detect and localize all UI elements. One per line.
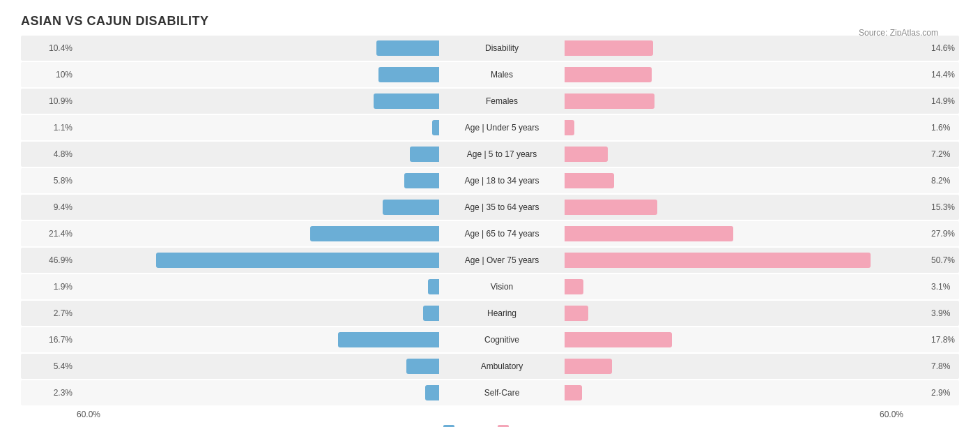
left-bar	[423, 306, 439, 321]
right-bar-wrap	[565, 359, 927, 374]
left-bar	[310, 226, 439, 241]
right-value: 7.8%	[927, 361, 980, 371]
left-bar-wrap	[77, 385, 439, 400]
left-bar-wrap	[77, 120, 439, 135]
chart-title: ASIAN VS CAJUN DISABILITY	[21, 14, 959, 29]
right-bar	[565, 253, 871, 268]
left-bar	[156, 253, 439, 268]
right-value: 1.6%	[927, 123, 980, 133]
right-value: 14.9%	[927, 96, 980, 106]
left-bar-wrap	[77, 67, 439, 82]
bar-row: 2.7% Hearing 3.9%	[21, 301, 959, 326]
right-bar-wrap	[565, 306, 927, 321]
right-bar-wrap	[565, 67, 927, 82]
right-bar	[565, 120, 574, 135]
bar-row: 4.8% Age | 5 to 17 years 7.2%	[21, 142, 959, 167]
right-value: 17.8%	[927, 335, 980, 345]
left-value: 10.4%	[21, 43, 77, 53]
right-bar-wrap	[565, 226, 927, 241]
left-bar	[404, 173, 439, 188]
right-bar-wrap	[565, 385, 927, 400]
chart-container: 10.4% Disability 14.6% 10% Males 14.4% 1…	[21, 36, 959, 427]
left-bar	[425, 385, 439, 400]
bar-row: 21.4% Age | 65 to 74 years 27.9%	[21, 221, 959, 246]
bar-label: Vision	[439, 282, 565, 292]
left-bar-wrap	[77, 226, 439, 241]
right-bar-wrap	[565, 332, 927, 347]
right-bar	[565, 173, 614, 188]
left-value: 9.4%	[21, 202, 77, 212]
right-value: 14.4%	[927, 70, 980, 80]
bar-label: Age | 65 to 74 years	[439, 229, 565, 239]
right-bar	[565, 359, 612, 374]
right-value: 14.6%	[927, 43, 980, 53]
right-bar	[565, 226, 733, 241]
right-bar	[565, 332, 672, 347]
right-value: 8.2%	[927, 176, 980, 186]
bar-row: 46.9% Age | Over 75 years 50.7%	[21, 248, 959, 273]
left-bar	[428, 279, 439, 294]
right-value: 3.1%	[927, 282, 980, 292]
left-bar	[432, 120, 439, 135]
left-bar-wrap	[77, 279, 439, 294]
right-bar-wrap	[565, 200, 927, 215]
left-bar	[378, 67, 439, 82]
right-value: 50.7%	[927, 255, 980, 265]
right-bar	[565, 279, 583, 294]
left-bar	[376, 40, 439, 56]
bar-label: Age | 18 to 34 years	[439, 176, 565, 186]
left-bar-wrap	[77, 173, 439, 188]
bar-label: Cognitive	[439, 335, 565, 345]
bar-label: Females	[439, 96, 565, 106]
bar-row: 5.4% Ambulatory 7.8%	[21, 354, 959, 379]
left-value: 2.7%	[21, 308, 77, 318]
x-axis-left: 60.0%	[77, 410, 429, 419]
right-bar	[565, 67, 652, 82]
bar-row: 1.9% Vision 3.1%	[21, 274, 959, 299]
x-axis: 60.0% 60.0%	[21, 410, 959, 419]
left-bar-wrap	[77, 306, 439, 321]
right-bar-wrap	[565, 120, 927, 135]
left-value: 4.8%	[21, 149, 77, 159]
left-value: 10.9%	[21, 96, 77, 106]
right-bar-wrap	[565, 93, 927, 109]
left-bar	[338, 332, 439, 347]
bar-label: Age | 35 to 64 years	[439, 202, 565, 212]
left-bar-wrap	[77, 200, 439, 215]
left-bar	[374, 93, 439, 109]
left-value: 46.9%	[21, 255, 77, 265]
bar-row: 10% Males 14.4%	[21, 62, 959, 87]
left-value: 10%	[21, 70, 77, 80]
right-bar	[565, 40, 653, 56]
right-value: 27.9%	[927, 229, 980, 239]
left-value: 5.4%	[21, 361, 77, 371]
left-bar	[406, 359, 439, 374]
bar-label: Disability	[439, 43, 565, 53]
left-value: 1.9%	[21, 282, 77, 292]
left-bar	[410, 147, 439, 162]
right-bar-wrap	[565, 173, 927, 188]
right-bar-wrap	[565, 40, 927, 56]
left-bar-wrap	[77, 40, 439, 56]
right-bar-wrap	[565, 147, 927, 162]
right-bar	[565, 306, 588, 321]
left-value: 1.1%	[21, 123, 77, 133]
left-value: 21.4%	[21, 229, 77, 239]
left-bar-wrap	[77, 253, 439, 268]
bar-label: Hearing	[439, 308, 565, 318]
right-bar-wrap	[565, 253, 927, 268]
bar-label: Age | Under 5 years	[439, 123, 565, 133]
left-bar-wrap	[77, 332, 439, 347]
bar-label: Age | 5 to 17 years	[439, 149, 565, 159]
right-bar	[565, 147, 608, 162]
bar-label: Age | Over 75 years	[439, 255, 565, 265]
bar-label: Ambulatory	[439, 361, 565, 371]
bar-row: 10.4% Disability 14.6%	[21, 36, 959, 61]
left-bar-wrap	[77, 93, 439, 109]
bar-row: 2.3% Self-Care 2.9%	[21, 380, 959, 405]
bar-row: 16.7% Cognitive 17.8%	[21, 327, 959, 352]
left-bar-wrap	[77, 359, 439, 374]
right-value: 3.9%	[927, 308, 980, 318]
bar-row: 5.8% Age | 18 to 34 years 8.2%	[21, 168, 959, 193]
left-value: 16.7%	[21, 335, 77, 345]
